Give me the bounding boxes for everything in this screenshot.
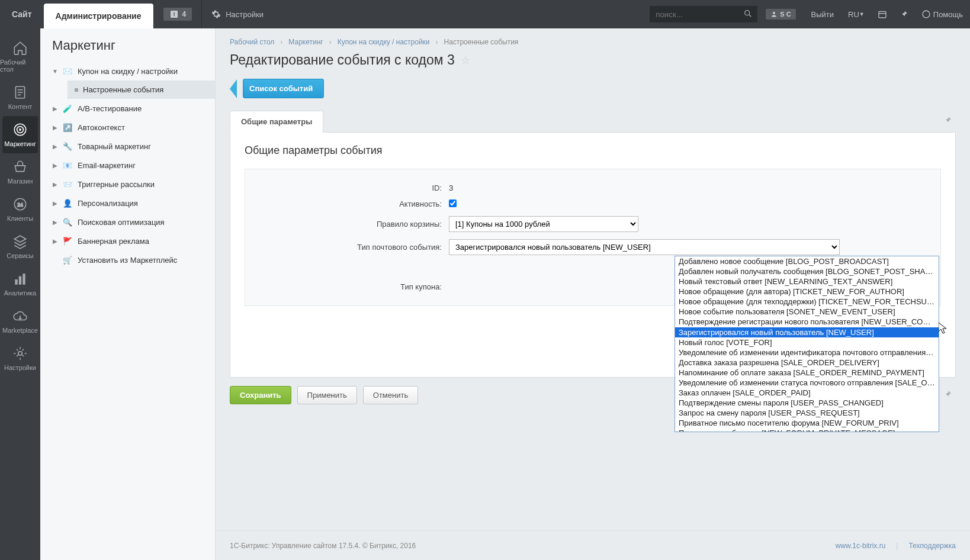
help-icon [921,9,931,19]
svg-line-3 [749,15,751,17]
topbar: Сайт Администрирование ! 4 Настройки S C… [0,0,970,28]
gear-icon [211,9,221,19]
lang-label: RU [848,10,859,19]
search-button[interactable] [738,6,757,22]
tab-admin[interactable]: Администрирование [44,4,153,28]
pin-button[interactable] [893,0,914,28]
search [650,0,757,28]
svg-rect-5 [879,11,886,18]
user-icon [770,11,778,18]
user-menu[interactable]: S C [757,0,804,28]
help-link[interactable]: Помощь [914,0,970,28]
svg-text:!: ! [173,11,175,17]
search-input[interactable] [650,6,738,22]
topbar-settings[interactable]: Настройки [202,0,273,28]
svg-point-7 [923,11,930,18]
svg-point-2 [745,10,750,15]
help-label: Помощь [933,10,963,19]
notification-icon: ! [169,9,179,19]
svg-point-4 [773,12,775,14]
lang-switcher[interactable]: RU ▼ [841,0,872,28]
tab-site[interactable]: Сайт [0,0,44,28]
pin-icon [899,9,908,19]
logout-link[interactable]: Выйти [804,0,841,28]
calendar-button[interactable] [872,0,893,28]
notifications[interactable]: ! 4 [154,0,202,28]
notification-count: 4 [182,10,187,18]
user-name: S C [780,11,791,18]
calendar-icon [878,9,887,19]
topbar-settings-label: Настройки [226,10,264,19]
search-icon [743,9,753,18]
